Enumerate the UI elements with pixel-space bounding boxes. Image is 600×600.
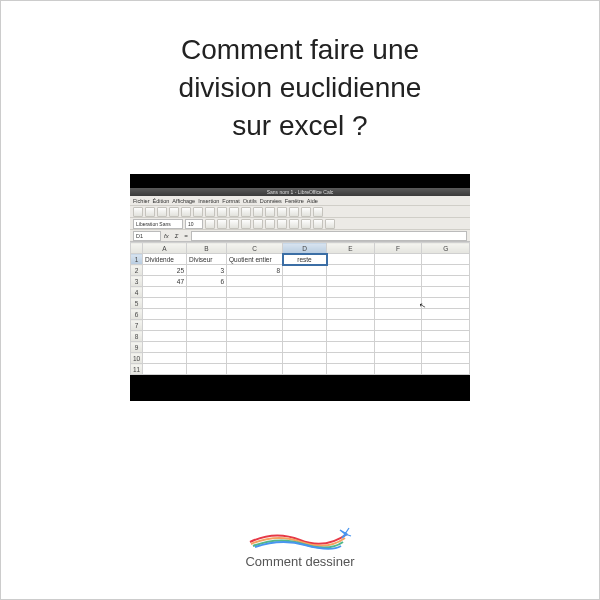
cell-d2[interactable] xyxy=(283,265,327,276)
redo-icon[interactable] xyxy=(241,207,251,217)
help-icon[interactable] xyxy=(313,207,323,217)
cell-f3[interactable] xyxy=(374,276,422,287)
paste-icon[interactable] xyxy=(217,207,227,217)
menu-affichage[interactable]: Affichage xyxy=(172,198,195,204)
row-header-4[interactable]: 4 xyxy=(131,287,143,298)
row-header-8[interactable]: 8 xyxy=(131,331,143,342)
align-left-icon[interactable] xyxy=(241,219,251,229)
title-line-3: sur excel ? xyxy=(232,110,367,141)
borders-icon[interactable] xyxy=(301,219,311,229)
menu-insertion[interactable]: Insertion xyxy=(198,198,219,204)
equals-icon[interactable]: = xyxy=(184,233,188,239)
row-header-2[interactable]: 2 xyxy=(131,265,143,276)
col-header-c[interactable]: C xyxy=(227,243,283,254)
logo-text: Comment dessiner xyxy=(1,554,599,569)
italic-icon[interactable] xyxy=(217,219,227,229)
cell-c1[interactable]: Quotient entier xyxy=(227,254,283,265)
spreadsheet-app: Sans nom 1 - LibreOffice Calc Fichier Éd… xyxy=(130,188,470,375)
pdf-icon[interactable] xyxy=(181,207,191,217)
formula-input[interactable] xyxy=(191,231,467,241)
menu-format[interactable]: Format xyxy=(222,198,239,204)
column-header-row: A B C D E F G xyxy=(131,243,470,254)
chart-icon[interactable] xyxy=(277,207,287,217)
row-header-1[interactable]: 1 xyxy=(131,254,143,265)
spreadsheet-grid[interactable]: A B C D E F G 1 Dividende Diviseur Quoti… xyxy=(130,242,470,375)
cell-e3[interactable] xyxy=(327,276,375,287)
cell-d1[interactable]: reste xyxy=(283,254,327,265)
row-header-11[interactable]: 11 xyxy=(131,364,143,375)
fx-icon[interactable]: fx xyxy=(164,233,169,239)
font-name-combo[interactable]: Liberation Sans xyxy=(133,219,183,229)
cell-g3[interactable] xyxy=(422,276,470,287)
row-header-9[interactable]: 9 xyxy=(131,342,143,353)
menu-aide[interactable]: Aide xyxy=(307,198,318,204)
menu-edition[interactable]: Édition xyxy=(153,198,170,204)
align-center-icon[interactable] xyxy=(253,219,263,229)
cell-f1[interactable] xyxy=(374,254,422,265)
title-line-1: Comment faire une xyxy=(181,34,419,65)
bg-color-icon[interactable] xyxy=(313,219,323,229)
col-header-e[interactable]: E xyxy=(327,243,375,254)
video-thumbnail: Sans nom 1 - LibreOffice Calc Fichier Éd… xyxy=(130,174,470,401)
align-right-icon[interactable] xyxy=(265,219,275,229)
cell-c3[interactable] xyxy=(227,276,283,287)
cell-b3[interactable]: 6 xyxy=(187,276,227,287)
cell-e2[interactable] xyxy=(327,265,375,276)
corner-cell[interactable] xyxy=(131,243,143,254)
filter-icon[interactable] xyxy=(289,207,299,217)
menu-donnees[interactable]: Données xyxy=(260,198,282,204)
col-header-a[interactable]: A xyxy=(143,243,187,254)
row-header-6[interactable]: 6 xyxy=(131,309,143,320)
col-header-b[interactable]: B xyxy=(187,243,227,254)
sum-icon[interactable]: Σ xyxy=(175,233,179,239)
table-row: 11 xyxy=(131,364,470,375)
cell-b1[interactable]: Diviseur xyxy=(187,254,227,265)
title-line-2: division euclidienne xyxy=(179,72,422,103)
zoom-icon[interactable] xyxy=(301,207,311,217)
open-icon[interactable] xyxy=(145,207,155,217)
sort-desc-icon[interactable] xyxy=(265,207,275,217)
page-title: Comment faire une division euclidienne s… xyxy=(1,1,599,164)
cell-g2[interactable] xyxy=(422,265,470,276)
cut-icon[interactable] xyxy=(193,207,203,217)
cell-g1[interactable] xyxy=(422,254,470,265)
row-header-3[interactable]: 3 xyxy=(131,276,143,287)
sort-asc-icon[interactable] xyxy=(253,207,263,217)
undo-icon[interactable] xyxy=(229,207,239,217)
col-header-f[interactable]: F xyxy=(374,243,422,254)
cell-a3[interactable]: 47 xyxy=(143,276,187,287)
percent-icon[interactable] xyxy=(289,219,299,229)
font-size-combo[interactable]: 10 xyxy=(185,219,203,229)
site-logo: Comment dessiner xyxy=(1,524,599,569)
cell-a1[interactable]: Dividende xyxy=(143,254,187,265)
col-header-g[interactable]: G xyxy=(422,243,470,254)
cell-a2[interactable]: 25 xyxy=(143,265,187,276)
underline-icon[interactable] xyxy=(229,219,239,229)
table-row: 1 Dividende Diviseur Quotient entier res… xyxy=(131,254,470,265)
table-row: 7 xyxy=(131,320,470,331)
menu-fenetre[interactable]: Fenêtre xyxy=(285,198,304,204)
menu-fichier[interactable]: Fichier xyxy=(133,198,150,204)
cell-f2[interactable] xyxy=(374,265,422,276)
menu-outils[interactable]: Outils xyxy=(243,198,257,204)
bold-icon[interactable] xyxy=(205,219,215,229)
save-icon[interactable] xyxy=(157,207,167,217)
cell-c2[interactable]: 8 xyxy=(227,265,283,276)
table-row: 4 xyxy=(131,287,470,298)
new-doc-icon[interactable] xyxy=(133,207,143,217)
currency-icon[interactable] xyxy=(277,219,287,229)
cell-b2[interactable]: 3 xyxy=(187,265,227,276)
table-row: 3 47 6 xyxy=(131,276,470,287)
print-icon[interactable] xyxy=(169,207,179,217)
row-header-10[interactable]: 10 xyxy=(131,353,143,364)
copy-icon[interactable] xyxy=(205,207,215,217)
toolbar-standard xyxy=(130,206,470,218)
font-color-icon[interactable] xyxy=(325,219,335,229)
name-box[interactable]: D1 xyxy=(133,231,161,241)
row-header-7[interactable]: 7 xyxy=(131,320,143,331)
cell-e1[interactable] xyxy=(327,254,375,265)
row-header-5[interactable]: 5 xyxy=(131,298,143,309)
window-titlebar: Sans nom 1 - LibreOffice Calc xyxy=(130,188,470,196)
cell-d3[interactable] xyxy=(283,276,327,287)
col-header-d[interactable]: D xyxy=(283,243,327,254)
